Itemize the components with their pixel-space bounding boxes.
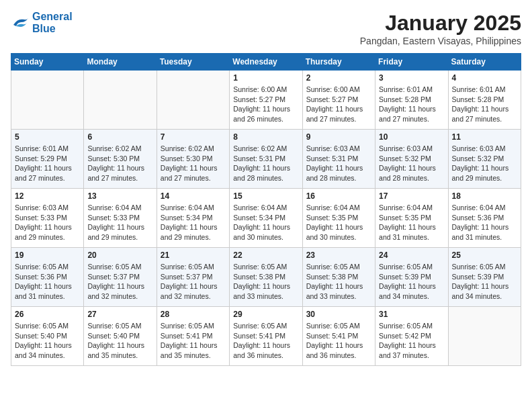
day-info: Sunrise: 6:05 AM Sunset: 5:40 PM Dayligh… [87,321,152,361]
calendar-title: January 2025 [360,11,521,36]
day-info: Sunrise: 6:03 AM Sunset: 5:33 PM Dayligh… [15,203,80,242]
day-info: Sunrise: 6:00 AM Sunset: 5:27 PM Dayligh… [233,85,298,124]
logo: General Blue [11,11,73,34]
day-number: 27 [87,310,152,319]
day-number: 17 [379,191,444,201]
logo-text: General Blue [32,11,73,34]
day-info: Sunrise: 6:04 AM Sunset: 5:34 PM Dayligh… [233,203,298,242]
day-info: Sunrise: 6:02 AM Sunset: 5:30 PM Dayligh… [87,144,152,183]
weekday-header-row: SundayMondayTuesdayWednesdayThursdayFrid… [11,54,521,71]
calendar-cell: 13Sunrise: 6:04 AM Sunset: 5:33 PM Dayli… [84,189,157,248]
day-info: Sunrise: 6:00 AM Sunset: 5:27 PM Dayligh… [306,85,371,124]
day-info: Sunrise: 6:05 AM Sunset: 5:39 PM Dayligh… [452,262,517,302]
calendar-cell: 3Sunrise: 6:01 AM Sunset: 5:28 PM Daylig… [375,71,448,130]
calendar-cell: 20Sunrise: 6:05 AM Sunset: 5:37 PM Dayli… [84,248,157,307]
day-number: 21 [161,250,226,260]
day-number: 2 [306,73,371,83]
calendar-cell [84,71,157,130]
day-info: Sunrise: 6:01 AM Sunset: 5:28 PM Dayligh… [379,85,444,124]
day-number: 18 [452,191,517,201]
calendar-cell: 10Sunrise: 6:03 AM Sunset: 5:32 PM Dayli… [375,130,448,189]
calendar-cell: 12Sunrise: 6:03 AM Sunset: 5:33 PM Dayli… [11,189,84,248]
day-number: 26 [15,310,80,319]
day-info: Sunrise: 6:01 AM Sunset: 5:29 PM Dayligh… [15,144,80,183]
day-info: Sunrise: 6:05 AM Sunset: 5:42 PM Dayligh… [379,321,444,361]
day-number: 28 [161,310,226,319]
calendar-cell: 11Sunrise: 6:03 AM Sunset: 5:32 PM Dayli… [448,130,521,189]
calendar-cell: 22Sunrise: 6:05 AM Sunset: 5:38 PM Dayli… [230,248,302,307]
calendar-cell: 1Sunrise: 6:00 AM Sunset: 5:27 PM Daylig… [230,71,302,130]
weekday-header-wednesday: Wednesday [230,54,302,71]
week-row-3: 12Sunrise: 6:03 AM Sunset: 5:33 PM Dayli… [11,189,521,248]
calendar-cell: 8Sunrise: 6:02 AM Sunset: 5:31 PM Daylig… [230,130,302,189]
calendar-cell: 26Sunrise: 6:05 AM Sunset: 5:40 PM Dayli… [11,307,84,366]
day-info: Sunrise: 6:05 AM Sunset: 5:37 PM Dayligh… [161,262,226,302]
calendar-cell: 4Sunrise: 6:01 AM Sunset: 5:28 PM Daylig… [448,71,521,130]
day-number: 14 [161,191,226,201]
calendar-cell: 7Sunrise: 6:02 AM Sunset: 5:30 PM Daylig… [157,130,229,189]
calendar-cell: 19Sunrise: 6:05 AM Sunset: 5:36 PM Dayli… [11,248,84,307]
day-info: Sunrise: 6:02 AM Sunset: 5:30 PM Dayligh… [161,144,226,183]
weekday-header-thursday: Thursday [302,54,375,71]
day-number: 22 [233,250,298,260]
calendar-cell [157,71,229,130]
day-number: 6 [87,132,152,142]
calendar-cell: 21Sunrise: 6:05 AM Sunset: 5:37 PM Dayli… [157,248,229,307]
day-info: Sunrise: 6:04 AM Sunset: 5:35 PM Dayligh… [306,203,371,242]
day-info: Sunrise: 6:04 AM Sunset: 5:36 PM Dayligh… [452,203,517,242]
calendar-cell [11,71,84,130]
day-info: Sunrise: 6:01 AM Sunset: 5:28 PM Dayligh… [452,85,517,124]
day-number: 20 [87,250,152,260]
day-info: Sunrise: 6:04 AM Sunset: 5:34 PM Dayligh… [161,203,226,242]
day-number: 11 [452,132,517,142]
weekday-header-sunday: Sunday [11,54,84,71]
week-row-2: 5Sunrise: 6:01 AM Sunset: 5:29 PM Daylig… [11,130,521,189]
page-header: General Blue January 2025 Pangdan, Easte… [11,11,521,46]
day-number: 5 [15,132,80,142]
day-number: 29 [233,310,298,319]
day-number: 19 [15,250,80,260]
calendar-table: SundayMondayTuesdayWednesdayThursdayFrid… [11,53,521,366]
day-info: Sunrise: 6:03 AM Sunset: 5:32 PM Dayligh… [452,144,517,183]
day-number: 10 [379,132,444,142]
calendar-cell: 27Sunrise: 6:05 AM Sunset: 5:40 PM Dayli… [84,307,157,366]
weekday-header-monday: Monday [84,54,157,71]
calendar-cell: 16Sunrise: 6:04 AM Sunset: 5:35 PM Dayli… [302,189,375,248]
day-number: 15 [233,191,298,201]
calendar-cell: 14Sunrise: 6:04 AM Sunset: 5:34 PM Dayli… [157,189,229,248]
calendar-cell: 18Sunrise: 6:04 AM Sunset: 5:36 PM Dayli… [448,189,521,248]
day-number: 30 [306,310,371,319]
calendar-cell: 9Sunrise: 6:03 AM Sunset: 5:31 PM Daylig… [302,130,375,189]
day-info: Sunrise: 6:05 AM Sunset: 5:38 PM Dayligh… [306,262,371,302]
day-number: 12 [15,191,80,201]
calendar-cell: 2Sunrise: 6:00 AM Sunset: 5:27 PM Daylig… [302,71,375,130]
calendar-cell: 30Sunrise: 6:05 AM Sunset: 5:41 PM Dayli… [302,307,375,366]
day-number: 13 [87,191,152,201]
day-info: Sunrise: 6:03 AM Sunset: 5:31 PM Dayligh… [306,144,371,183]
day-info: Sunrise: 6:05 AM Sunset: 5:38 PM Dayligh… [233,262,298,302]
title-block: January 2025 Pangdan, Eastern Visayas, P… [360,11,521,46]
day-number: 7 [161,132,226,142]
day-number: 1 [233,73,298,83]
calendar-cell: 17Sunrise: 6:04 AM Sunset: 5:35 PM Dayli… [375,189,448,248]
day-info: Sunrise: 6:05 AM Sunset: 5:39 PM Dayligh… [379,262,444,302]
calendar-cell: 5Sunrise: 6:01 AM Sunset: 5:29 PM Daylig… [11,130,84,189]
weekday-header-tuesday: Tuesday [157,54,229,71]
day-number: 24 [379,250,444,260]
week-row-5: 26Sunrise: 6:05 AM Sunset: 5:40 PM Dayli… [11,307,521,366]
day-number: 25 [452,250,517,260]
day-info: Sunrise: 6:02 AM Sunset: 5:31 PM Dayligh… [233,144,298,183]
calendar-cell: 28Sunrise: 6:05 AM Sunset: 5:41 PM Dayli… [157,307,229,366]
day-number: 9 [306,132,371,142]
day-number: 16 [306,191,371,201]
day-info: Sunrise: 6:03 AM Sunset: 5:32 PM Dayligh… [379,144,444,183]
day-info: Sunrise: 6:05 AM Sunset: 5:41 PM Dayligh… [306,321,371,361]
calendar-cell: 6Sunrise: 6:02 AM Sunset: 5:30 PM Daylig… [84,130,157,189]
weekday-header-friday: Friday [375,54,448,71]
day-number: 3 [379,73,444,83]
calendar-cell: 23Sunrise: 6:05 AM Sunset: 5:38 PM Dayli… [302,248,375,307]
week-row-4: 19Sunrise: 6:05 AM Sunset: 5:36 PM Dayli… [11,248,521,307]
logo-bird-icon [11,15,30,30]
day-info: Sunrise: 6:04 AM Sunset: 5:35 PM Dayligh… [379,203,444,242]
day-number: 8 [233,132,298,142]
